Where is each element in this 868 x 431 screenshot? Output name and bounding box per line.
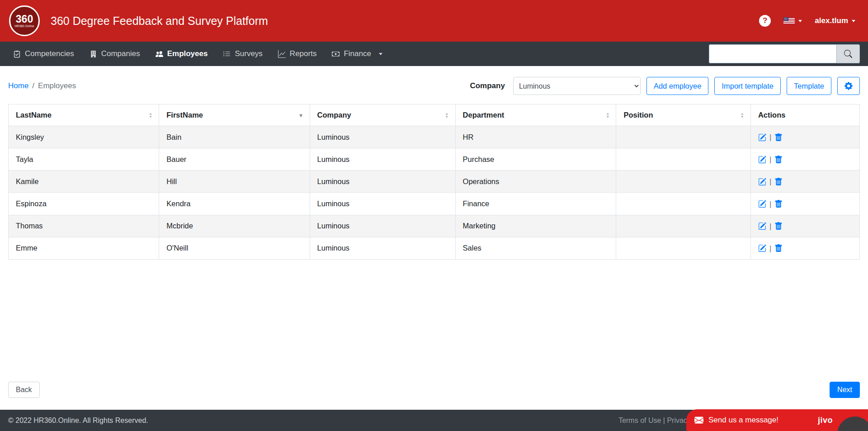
pagination: Back Next — [8, 382, 860, 410]
action-divider: | — [769, 244, 771, 252]
cell-position — [616, 193, 751, 215]
user-menu[interactable]: alex.tlum — [815, 16, 855, 25]
help-icon[interactable]: ? — [759, 15, 771, 27]
people-icon — [156, 50, 163, 58]
language-dropdown[interactable] — [783, 17, 802, 24]
delete-button[interactable] — [774, 133, 783, 142]
app-logo[interactable]: 360 HR360.Online — [9, 5, 40, 36]
table-row: Kamile Hill Luminous Operations | — [9, 171, 860, 193]
employees-table: LastName ▴▾ FirstName ▾ Company — [8, 104, 860, 260]
cell-actions: | — [750, 193, 859, 215]
cell-lastname: Thomas — [9, 215, 159, 237]
trash-icon — [774, 178, 783, 186]
header-right: ? alex.tlum — [759, 15, 855, 27]
next-button[interactable]: Next — [830, 382, 860, 398]
nav-label: Surveys — [235, 49, 262, 58]
cell-department: Marketing — [455, 215, 616, 237]
pencil-square-icon — [758, 222, 766, 230]
table-body: Kingsley Bain Luminous HR | Tayla Bauer … — [9, 126, 860, 260]
sort-icon: ▴▾ — [150, 112, 152, 118]
trash-icon — [774, 133, 783, 142]
add-employee-button[interactable]: Add employee — [646, 77, 709, 95]
breadcrumb-home-link[interactable]: Home — [8, 81, 28, 90]
back-button[interactable]: Back — [8, 382, 40, 398]
column-label: LastName — [16, 111, 52, 119]
import-template-button[interactable]: Import template — [714, 77, 781, 95]
cell-firstname: O'Neill — [159, 237, 310, 259]
nav-item-finance[interactable]: Finance — [324, 42, 390, 66]
nav-item-companies[interactable]: Companies — [82, 42, 148, 66]
company-label: Company — [470, 81, 505, 90]
edit-button[interactable] — [758, 133, 766, 142]
cell-lastname: Tayla — [9, 148, 159, 171]
nav-label: Finance — [344, 49, 371, 58]
cell-lastname: Kamile — [9, 171, 159, 193]
pencil-square-icon — [758, 200, 766, 208]
table-row: Tayla Bauer Luminous Purchase | — [9, 148, 860, 171]
chevron-down-icon — [379, 53, 382, 55]
column-header-company[interactable]: Company ▴▾ — [310, 104, 455, 126]
main-content: Home / Employees Company Luminous Add em… — [0, 66, 868, 410]
cell-department: Purchase — [455, 148, 616, 171]
cell-company: Luminous — [310, 171, 455, 193]
company-select[interactable]: Luminous — [513, 77, 641, 95]
nav-item-reports[interactable]: Reports — [270, 42, 325, 66]
cell-firstname: Mcbride — [159, 215, 310, 237]
delete-button[interactable] — [774, 222, 783, 230]
cell-department: Finance — [455, 193, 616, 215]
cell-company: Luminous — [310, 215, 455, 237]
table-row: Thomas Mcbride Luminous Marketing | — [9, 215, 860, 237]
cell-department: Sales — [455, 237, 616, 259]
gear-icon — [844, 82, 853, 90]
column-header-firstname[interactable]: FirstName ▾ — [159, 104, 310, 126]
trash-icon — [774, 244, 783, 252]
edit-button[interactable] — [758, 178, 766, 186]
breadcrumb-separator: / — [32, 81, 34, 90]
settings-button[interactable] — [837, 77, 860, 95]
trash-icon — [774, 200, 783, 208]
cell-lastname: Espinoza — [9, 193, 159, 215]
table-row: Kingsley Bain Luminous HR | — [9, 126, 860, 148]
nav-label: Companies — [101, 49, 140, 58]
cell-position — [616, 215, 751, 237]
chat-brand-jivo: jivo — [818, 416, 833, 425]
cell-lastname: Kingsley — [9, 126, 159, 148]
nav-item-competencies[interactable]: Competencies — [5, 42, 82, 66]
trash-icon — [774, 222, 783, 230]
list-icon — [223, 50, 231, 58]
edit-button[interactable] — [758, 200, 766, 208]
logo-text: 360 — [16, 14, 33, 24]
navbar-search — [709, 44, 860, 63]
cell-firstname: Bauer — [159, 148, 310, 171]
pencil-square-icon — [758, 156, 766, 164]
edit-button[interactable] — [758, 222, 766, 230]
page-title: 360 Degree Feedback and Survey Platform — [51, 14, 268, 28]
column-header-department[interactable]: Department ▴▾ — [455, 104, 616, 126]
edit-button[interactable] — [758, 244, 766, 252]
action-divider: | — [769, 177, 771, 185]
delete-button[interactable] — [774, 200, 783, 208]
action-divider: | — [769, 133, 771, 141]
template-button[interactable]: Template — [787, 77, 831, 95]
column-label: Position — [623, 111, 653, 119]
delete-button[interactable] — [774, 156, 783, 164]
breadcrumb-current: Employees — [38, 81, 76, 90]
cell-firstname: Bain — [159, 126, 310, 148]
cell-actions: | — [750, 171, 859, 193]
nav-label: Competencies — [25, 49, 74, 58]
column-header-lastname[interactable]: LastName ▴▾ — [9, 104, 159, 126]
cell-actions: | — [750, 237, 859, 259]
pencil-square-icon — [758, 244, 766, 252]
column-header-position[interactable]: Position ▴▾ — [616, 104, 751, 126]
nav-item-surveys[interactable]: Surveys — [215, 42, 270, 66]
column-label: Department — [463, 111, 505, 119]
search-button[interactable] — [836, 44, 860, 63]
search-input[interactable] — [709, 44, 836, 63]
action-divider: | — [769, 222, 771, 230]
table-row: Espinoza Kendra Luminous Finance | — [9, 193, 860, 215]
action-divider: | — [769, 155, 771, 163]
nav-item-employees[interactable]: Employees — [148, 42, 216, 66]
edit-button[interactable] — [758, 156, 766, 164]
delete-button[interactable] — [774, 178, 783, 186]
delete-button[interactable] — [774, 244, 783, 252]
